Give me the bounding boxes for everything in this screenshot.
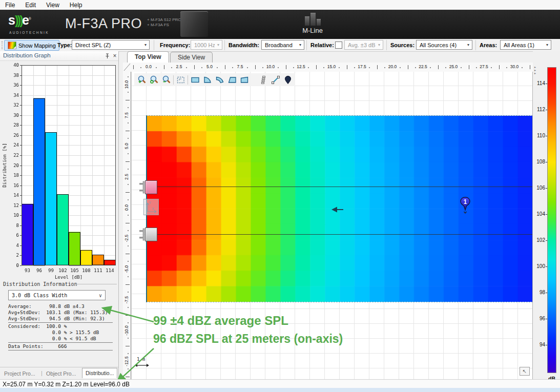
pin-marker-icon[interactable]	[282, 74, 293, 85]
ruler-mark	[408, 65, 408, 69]
scale-label: 1 m	[137, 357, 145, 362]
colorbar-tick-label: 96	[533, 316, 545, 321]
registered-mark: ®	[29, 17, 31, 20]
pin-icon[interactable]	[103, 52, 111, 59]
addon-1: + M-F3A S12 PRO	[147, 17, 181, 23]
ruler-mark: 2.5	[123, 170, 130, 183]
speaker-source[interactable]	[145, 228, 157, 241]
zoom-area-icon[interactable]	[149, 74, 159, 85]
show-mapping-button[interactable]: Show Mapping	[4, 40, 59, 51]
measurement-pin-1[interactable]: 1	[459, 196, 472, 214]
colorbar-tick	[546, 319, 547, 319]
view-tab-bar: Top View Side View	[123, 51, 534, 63]
tab-distribution[interactable]: Distributio...	[82, 368, 117, 378]
zoom-in-icon[interactable]	[136, 74, 147, 85]
ruler-mark	[194, 65, 195, 69]
area-arc-band-icon[interactable]	[214, 74, 225, 85]
chevron-down-icon: ▾	[465, 43, 472, 47]
toolbar-separator	[224, 40, 225, 50]
tab-object-properties[interactable]: Object Pro...	[43, 369, 79, 378]
ruler-mark	[128, 107, 129, 108]
areas-label: Areas:	[480, 42, 497, 48]
ruler-mark	[530, 65, 530, 69]
colorbar-panel: ▸▸▸ 114112110108106104102100989694 dB	[533, 51, 560, 379]
menu-file[interactable]: File	[0, 1, 20, 10]
area-quarter-circle-icon[interactable]	[202, 74, 213, 85]
colorbar-tick-label: 106	[533, 185, 545, 191]
annotation-average-spl: 99 ±4 dBZ average SPL	[153, 314, 288, 328]
ruler-mark	[128, 169, 129, 170]
area-rectangle-icon[interactable]	[190, 74, 200, 85]
coordinate-origin-marker[interactable]: YX	[143, 199, 159, 215]
ruler-mark	[347, 65, 347, 69]
area-trapezoid-icon[interactable]	[226, 74, 237, 85]
areas-select[interactable]: All Areas (1)▾	[500, 40, 551, 50]
frequency-select: 1000 Hz▾	[191, 40, 222, 50]
close-icon[interactable]: ×	[111, 52, 118, 59]
ruler-mark: 0.0	[123, 201, 130, 214]
listener-arrow-marker[interactable]	[330, 205, 344, 214]
source-axis-line	[146, 234, 533, 235]
distribution-stats: Average: 98.8 dB ±4.3 Avg+StdDev: 103.1 …	[8, 303, 113, 351]
ruler-mark	[133, 65, 134, 69]
zoom-extents-icon[interactable]	[175, 74, 186, 85]
annotation-spl-at-25m: 96 dBZ SPL at 25 meters (on-axis)	[153, 332, 343, 346]
relative-avg-select: Avg. ±3 dB▾	[344, 40, 383, 50]
distribution-panel: Distribution Graph × Distribution Inform…	[0, 51, 119, 379]
spl-color-scale	[547, 67, 556, 373]
zoom-out-icon[interactable]	[161, 74, 172, 85]
colorbar-tick	[546, 266, 547, 267]
measure-line-icon[interactable]	[270, 74, 281, 85]
ruler-mark: 27.5	[477, 64, 491, 69]
toolbar-separator	[475, 40, 476, 50]
ruler-mark	[128, 199, 129, 200]
panel-title: Distribution Graph	[3, 52, 51, 58]
ruler-mark	[126, 100, 130, 100]
menu-help[interactable]: Help	[65, 1, 88, 10]
ruler-mark: 20.0	[385, 64, 400, 69]
series-selector[interactable]: M-Line	[295, 12, 330, 38]
relative-checkbox[interactable]	[335, 42, 342, 49]
origin-x-label: X	[152, 207, 155, 211]
speaker-source-selected[interactable]	[145, 180, 157, 194]
type-select[interactable]: Direct SPL (Z)▾	[72, 40, 150, 50]
stat-average: Average: 98.8 dB ±4.3	[8, 303, 113, 310]
scale-arrow-icon	[134, 363, 150, 368]
app-header: s)))e® AUDIOTECHNIK M-F3A PRO + M-F3A S1…	[0, 10, 560, 39]
tab-project-properties[interactable]: Project Pro...	[1, 369, 38, 378]
logo-e: e	[22, 13, 29, 27]
speaker-cabinet-image	[180, 11, 208, 37]
area-skewed-quad-icon[interactable]	[239, 74, 250, 85]
ruler-mark	[377, 65, 378, 69]
ruler-mark	[126, 315, 130, 316]
ruler-mark	[128, 368, 129, 369]
ruler-mark	[469, 65, 469, 69]
tab-top-view[interactable]: Top View	[127, 51, 169, 63]
ruler-mark	[438, 65, 439, 69]
ruler-mark	[339, 67, 340, 68]
colorbar-tick	[546, 110, 547, 110]
menu-edit[interactable]: Edit	[20, 1, 41, 10]
ruler-mark	[286, 65, 286, 69]
sources-select[interactable]: All Sources (4)▾	[416, 40, 472, 50]
stairs-icon[interactable]	[258, 74, 268, 85]
stat-considered: Considered: 100.0 %	[8, 322, 113, 329]
menu-view[interactable]: View	[41, 1, 65, 10]
ruler-mark	[126, 284, 130, 285]
bandwidth-select[interactable]: Broadband▾	[261, 40, 304, 50]
map-toolbar	[134, 73, 295, 86]
splitter-arrows-icon[interactable]: ▸▸▸	[534, 66, 536, 75]
stat-avg-minus-std: Avg-StdDev: 94.5 dB (Min: 92.3)	[8, 316, 113, 322]
tab-side-view[interactable]: Side View	[170, 52, 213, 63]
reset-view-button[interactable]: ↖	[520, 367, 530, 376]
colorbar-tick	[546, 162, 547, 162]
ruler-mark: 25.0	[446, 64, 461, 69]
colorbar-tick-label: 94	[533, 342, 545, 347]
ruler-mark	[128, 261, 129, 262]
stat-below: 0.0 % < 91.5 dB	[8, 336, 113, 342]
source-axis-line	[146, 187, 533, 187]
chevron-down-icon: ▾	[297, 43, 304, 47]
class-width-select[interactable]: 3.0 dB Class Width∨	[8, 290, 106, 300]
toolbar-grip[interactable]	[2, 41, 4, 49]
colorbar-tick	[546, 84, 547, 84]
